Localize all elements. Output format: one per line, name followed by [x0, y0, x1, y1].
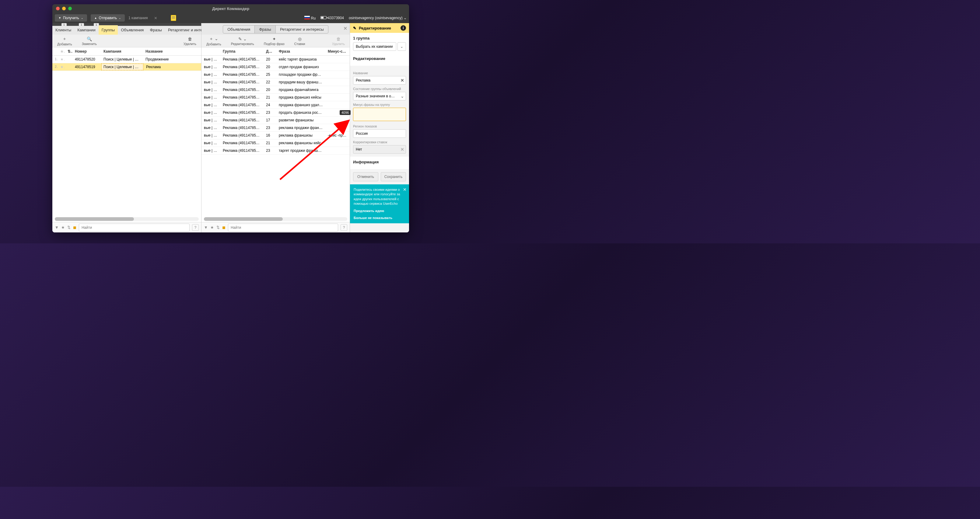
tab-badge: 1: [79, 23, 84, 26]
search-input[interactable]: [79, 224, 189, 232]
header-group[interactable]: Группа: [220, 48, 264, 56]
table-row[interactable]: вые | Ф… Реклама (4911478519) 21 продажа…: [202, 94, 350, 101]
search-input[interactable]: [228, 224, 338, 232]
replace-button[interactable]: 🔍Заменить: [77, 37, 102, 46]
header-name[interactable]: Название: [143, 48, 201, 56]
sync-filter-icon[interactable]: ⇅: [216, 225, 220, 230]
notepad-icon[interactable]: [171, 15, 176, 21]
delete-button[interactable]: 🗑Удалить: [179, 37, 201, 46]
promo-link-suggest[interactable]: Предложить идею: [354, 209, 406, 213]
group-selector-section: 1 группа Выбрать их кампании ⌄: [350, 33, 409, 56]
horizontal-scrollbar[interactable]: [204, 217, 347, 221]
editing-cell[interactable]: Поиск | Целевые | Ф…: [101, 63, 143, 70]
region-input[interactable]: [353, 129, 406, 138]
header-phrase[interactable]: Фраза: [276, 48, 325, 56]
add-button[interactable]: ＋ ⌄Добавить: [202, 36, 226, 46]
close-window-button[interactable]: [56, 7, 60, 10]
maximize-window-button[interactable]: [68, 7, 72, 10]
table-row[interactable]: вые | Ф… Реклама (4911478519) 23 таргет …: [202, 147, 350, 154]
delete-button: 🗑Удалить: [327, 37, 350, 46]
clear-icon[interactable]: ✕: [401, 78, 404, 83]
promo-link-hide[interactable]: Больше не показывать: [354, 216, 406, 220]
header-number[interactable]: Номер: [72, 48, 101, 56]
table-row[interactable]: вые | Ф… Реклама (4911478519) 20 продажа…: [202, 86, 350, 94]
chevron-down-icon[interactable]: ⌄: [401, 94, 404, 98]
center-tabs: Объявления Фразы Ретаргетинг и интересы …: [202, 23, 350, 35]
minus-phrases-textarea[interactable]: [353, 108, 406, 121]
clear-icon[interactable]: ✕: [401, 147, 404, 152]
header-campaign[interactable]: Кампания: [101, 48, 143, 56]
header-length[interactable]: Дл…: [264, 48, 276, 56]
tab-phrases[interactable]: Фразы: [147, 25, 165, 35]
state-dropdown[interactable]: Разные значения в о…: [353, 92, 406, 100]
campaign-count-label: 1 кампания: [129, 16, 148, 20]
help-button[interactable]: ?: [192, 224, 199, 231]
clear-status-icon[interactable]: ✕: [154, 16, 158, 21]
star-icon[interactable]: ★: [58, 63, 65, 71]
table-row[interactable]: 1 ★ 4911478520 Поиск | Целевые | Ф… Прод…: [52, 56, 201, 63]
pick-phrases-button[interactable]: ✦Подбор фраз: [259, 37, 290, 46]
table-row[interactable]: вые | Ф… Реклама (4911478519) 20 отдел п…: [202, 63, 350, 71]
table-row[interactable]: вые | Ф… Реклама (4911478519) 22 продади…: [202, 78, 350, 86]
edit-header: ✎ Редактирование i: [350, 23, 409, 33]
plus-icon: ＋: [62, 36, 67, 42]
close-icon[interactable]: ✕: [403, 187, 407, 193]
edit-section-title: Редактирование: [353, 56, 406, 61]
tab-ads[interactable]: Объявления: [118, 25, 147, 35]
sync-filter-icon[interactable]: ⇅: [67, 225, 71, 230]
app-window: Директ Коммандер ▼Получить ⌄ ▲Отправить …: [52, 4, 409, 232]
filter-icon[interactable]: ▼: [204, 225, 208, 230]
star-icon[interactable]: ★: [58, 56, 65, 63]
cancel-button[interactable]: Отменить: [353, 172, 378, 181]
table-row[interactable]: вые | Ф… Реклама (4911478519) 16 реклама…: [202, 132, 350, 139]
name-input[interactable]: [353, 76, 406, 84]
filter-icon[interactable]: ▼: [55, 225, 59, 230]
language-switcher[interactable]: Ru: [304, 16, 316, 21]
toolbar-right: Ru 43373904 osintsevagency (osintsevagen…: [304, 16, 407, 21]
left-table-header: ★ ⇅ Номер Кампания Название: [52, 48, 201, 56]
tab-groups[interactable]: Группы: [99, 25, 118, 35]
promo-box: ✕ Поделитесь своими идеями о коммандере …: [350, 184, 409, 223]
tab-center-ads[interactable]: Объявления: [223, 25, 255, 33]
select-campaign-dropdown[interactable]: Выбрать их кампании: [353, 42, 396, 51]
table-row[interactable]: вые | Ф… Реклама (4911478519) 21 реклама…: [202, 139, 350, 147]
table-row[interactable]: вые | Ф… Реклама (4911478519) 17 развити…: [202, 116, 350, 124]
minus-label: Минус-фразы на группу: [353, 103, 406, 106]
chevron-down-icon[interactable]: ⌄: [398, 42, 406, 51]
center-footer: ▼ ★ ⇅ ◼ ?: [202, 222, 350, 232]
marker-icon[interactable]: ◼: [222, 225, 226, 230]
tab-clients[interactable]: Клиенты: [52, 25, 74, 35]
receive-button[interactable]: ▼Получить ⌄: [55, 14, 87, 22]
save-button[interactable]: Сохранить: [381, 172, 406, 181]
table-row[interactable]: 2 ★ 4911478519 Поиск | Целевые | Ф… Рекл…: [52, 63, 201, 71]
header-minus[interactable]: Минус-сло…: [325, 48, 350, 56]
tab-campaigns[interactable]: Кампании: [74, 25, 99, 35]
user-menu[interactable]: osintsevagency (osintsevagency) ⌄: [349, 16, 407, 20]
help-button[interactable]: ?: [340, 224, 347, 231]
minimize-window-button[interactable]: [62, 7, 66, 10]
close-pane-icon[interactable]: ✕: [343, 25, 347, 31]
add-button[interactable]: ＋Добавить: [52, 36, 77, 46]
table-row[interactable]: вые | Ф… Реклама (4911478519) 23 реклама…: [202, 124, 350, 132]
table-row[interactable]: вые | Ф… Реклама (4911478519) 25 площадк…: [202, 71, 350, 78]
star-column-icon[interactable]: ★: [58, 48, 65, 56]
tab-center-retargeting[interactable]: Ретаргетинг и интересы: [276, 25, 328, 33]
center-actions: ＋ ⌄Добавить ✎ ⌄Редактировать ✦Подбор фра…: [202, 35, 350, 48]
bids-input[interactable]: [353, 145, 406, 154]
sync-column-icon[interactable]: ⇅: [65, 48, 72, 56]
marker-icon[interactable]: ◼: [73, 225, 76, 230]
star-filter-icon[interactable]: ★: [61, 225, 65, 230]
bids-button[interactable]: ◎Ставки: [290, 37, 310, 46]
pencil-icon: ✎: [353, 26, 356, 30]
edit-button[interactable]: ✎ ⌄Редактировать: [226, 37, 259, 46]
region-label: Регион показов: [353, 124, 406, 128]
table-row[interactable]: вые | Ф… Реклама (4911478519) 20 кейс та…: [202, 56, 350, 63]
info-icon[interactable]: i: [401, 25, 406, 31]
send-button[interactable]: ▲Отправить ⌄: [91, 14, 125, 22]
horizontal-scrollbar[interactable]: [55, 217, 199, 221]
char-counter: 4096: [340, 110, 351, 115]
table-row[interactable]: вые | Ф… Реклама (4911478519) 23 продать…: [202, 109, 350, 116]
tab-center-phrases[interactable]: Фразы: [255, 25, 276, 33]
table-row[interactable]: вые | Ф… Реклама (4911478519) 24 продажа…: [202, 101, 350, 109]
star-filter-icon[interactable]: ★: [210, 225, 214, 230]
